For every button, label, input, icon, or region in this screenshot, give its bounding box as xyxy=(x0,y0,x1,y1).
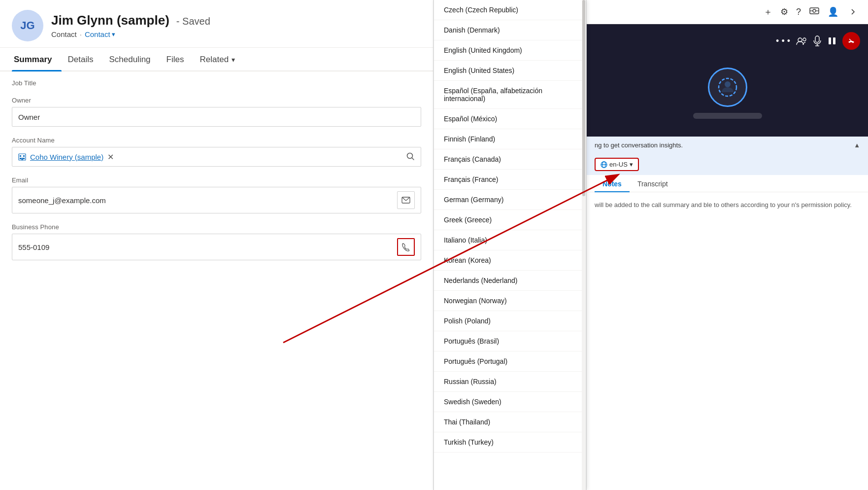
building-icon xyxy=(18,153,26,161)
svg-rect-3 xyxy=(20,158,21,159)
svg-rect-4 xyxy=(23,158,25,159)
svg-rect-5 xyxy=(22,158,23,160)
remove-account-icon[interactable]: ✕ xyxy=(107,152,114,162)
email-label: Email xyxy=(12,176,421,184)
form-content: Job Title Owner Owner Account Name xyxy=(0,71,433,278)
language-option[interactable]: Finnish (Finland) xyxy=(434,129,586,149)
insights-collapse-icon[interactable]: ▲ xyxy=(854,141,860,149)
account-left: Coho Winery (sample) ✕ xyxy=(18,152,406,162)
account-name-field: Account Name Coho Winery (sample) ✕ xyxy=(12,137,421,167)
language-option[interactable]: Português (Portugal) xyxy=(434,351,586,372)
globe-icon xyxy=(601,161,607,168)
lang-selector-bar: en-US ▾ xyxy=(587,154,868,175)
language-option[interactable]: Nederlands (Nederland) xyxy=(434,271,586,291)
language-option[interactable]: Français (France) xyxy=(434,170,586,190)
help-icon[interactable]: ? xyxy=(796,7,801,17)
language-option[interactable]: English (United States) xyxy=(434,61,586,81)
related-chevron-icon: ▾ xyxy=(232,56,235,64)
job-title-field: Job Title xyxy=(12,79,421,87)
language-dropdown[interactable]: Czech (Czech Republic)Danish (Denmark)En… xyxy=(434,0,586,490)
language-option[interactable]: Français (Canada) xyxy=(434,149,586,170)
account-name-value[interactable]: Coho Winery (sample) xyxy=(30,153,103,161)
contact-type2-link[interactable]: Contact ▾ xyxy=(85,30,115,38)
job-title-label: Job Title xyxy=(12,79,421,87)
contact-name: Jim Glynn (sample) xyxy=(51,13,169,28)
tab-summary[interactable]: Summary xyxy=(12,48,62,70)
lang-code-label: en-US xyxy=(609,161,628,168)
language-option[interactable]: Greek (Greece) xyxy=(434,210,586,230)
owner-input[interactable]: Owner xyxy=(12,107,421,127)
person-settings-icon[interactable]: 👤 xyxy=(828,6,838,17)
notes-content: will be added to the call summary and bl… xyxy=(587,192,868,218)
tabs-bar: Summary Details Scheduling Files Related… xyxy=(0,48,433,71)
email-input[interactable]: someone_j@example.com xyxy=(12,187,421,213)
tab-scheduling[interactable]: Scheduling xyxy=(107,48,160,70)
language-option[interactable]: Polish (Poland) xyxy=(434,311,586,331)
lang-selector-button[interactable]: en-US ▾ xyxy=(595,158,639,171)
language-option[interactable]: Thai (Thailand) xyxy=(434,412,586,432)
tab-notes[interactable]: Notes xyxy=(595,175,630,192)
language-option[interactable]: Swedish (Sweden) xyxy=(434,392,586,412)
language-option[interactable]: Korean (Korea) xyxy=(434,250,586,271)
svg-rect-1 xyxy=(20,155,21,157)
call-avatar-circle xyxy=(708,68,747,107)
call-panel: ＋ ⚙ ? 👤 • • • xyxy=(586,0,868,490)
language-option[interactable]: German (Germany) xyxy=(434,190,586,210)
svg-line-7 xyxy=(412,158,414,160)
svg-point-14 xyxy=(803,38,806,41)
language-option[interactable]: Norwegian (Norway) xyxy=(434,291,586,311)
hold-btn[interactable] xyxy=(828,36,836,45)
lang-chevron-icon: ▾ xyxy=(630,161,633,168)
svg-point-22 xyxy=(725,81,731,87)
call-name-bar xyxy=(693,113,762,119)
notes-tabs: Notes Transcript xyxy=(587,175,868,192)
phone-left: 555-0109 xyxy=(18,243,397,251)
settings-gear-icon[interactable]: ⚙ xyxy=(780,6,788,17)
end-call-btn[interactable] xyxy=(842,32,860,50)
phone-call-btn[interactable] xyxy=(397,238,415,256)
tab-related[interactable]: Related ▾ xyxy=(198,48,245,70)
svg-rect-15 xyxy=(815,36,819,42)
tab-details[interactable]: Details xyxy=(66,48,103,70)
language-option[interactable]: Czech (Czech Republic) xyxy=(434,0,586,20)
account-search-icon[interactable] xyxy=(406,152,415,162)
email-value: someone_j@example.com xyxy=(18,196,106,205)
call-top-bar: ＋ ⚙ ? 👤 xyxy=(587,0,868,24)
owner-label: Owner xyxy=(12,97,421,104)
owner-value: Owner xyxy=(18,113,40,121)
phone-value: 555-0109 xyxy=(18,243,49,251)
mute-btn[interactable] xyxy=(813,35,822,46)
phone-input[interactable]: 555-0109 xyxy=(12,234,421,260)
contact-info: Jim Glynn (sample) - Saved Contact · Con… xyxy=(51,13,210,38)
svg-point-6 xyxy=(407,153,413,158)
email-left: someone_j@example.com xyxy=(18,196,397,205)
language-option[interactable]: Español (México) xyxy=(434,109,586,129)
language-option[interactable]: Português (Brasil) xyxy=(434,331,586,351)
language-option[interactable]: Italiano (Italia) xyxy=(434,230,586,250)
language-option[interactable]: Turkish (Turkey) xyxy=(434,432,586,453)
owner-field: Owner Owner xyxy=(12,97,421,127)
email-icon-btn[interactable] xyxy=(397,191,415,209)
contact-header: JG Jim Glynn (sample) - Saved Contact · … xyxy=(0,0,433,48)
avatar: JG xyxy=(12,10,43,41)
account-name-input[interactable]: Coho Winery (sample) ✕ xyxy=(12,147,421,167)
contacts-btn[interactable] xyxy=(796,36,807,45)
account-name-label: Account Name xyxy=(12,137,421,144)
expand-collapse-btn[interactable] xyxy=(846,5,860,19)
insights-text: ng to get conversation insights. xyxy=(595,141,683,149)
svg-rect-18 xyxy=(829,37,831,44)
more-options-btn[interactable]: • • • xyxy=(776,36,790,46)
language-option[interactable]: Español (España, alfabetización internac… xyxy=(434,81,586,109)
tab-files[interactable]: Files xyxy=(165,48,194,70)
svg-point-10 xyxy=(813,9,816,12)
remote-icon[interactable] xyxy=(809,5,820,19)
crm-panel: JG Jim Glynn (sample) - Saved Contact · … xyxy=(0,0,434,490)
plus-icon[interactable]: ＋ xyxy=(764,6,772,18)
tab-transcript[interactable]: Transcript xyxy=(630,175,676,192)
language-option[interactable]: Danish (Denmark) xyxy=(434,20,586,40)
email-field: Email someone_j@example.com xyxy=(12,176,421,213)
svg-rect-2 xyxy=(23,155,25,157)
language-option[interactable]: English (United Kingdom) xyxy=(434,40,586,61)
insights-section: ng to get conversation insights. ▲ xyxy=(587,137,868,154)
language-option[interactable]: Russian (Russia) xyxy=(434,372,586,392)
